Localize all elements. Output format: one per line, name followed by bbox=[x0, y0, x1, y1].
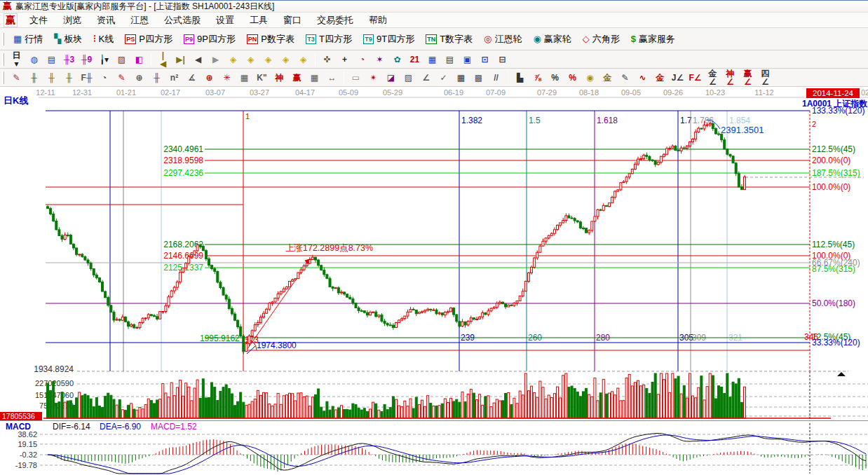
pct-icon[interactable]: % bbox=[547, 70, 563, 85]
web-box-icon[interactable]: ▨ bbox=[400, 70, 416, 85]
brush-icon[interactable]: ✎ bbox=[8, 70, 25, 85]
zoom-diamond-3-icon[interactable]: ◈ bbox=[260, 52, 276, 67]
save-icon[interactable]: ▣ bbox=[459, 52, 475, 67]
gold-slope-icon[interactable]: 金 bbox=[652, 70, 668, 85]
kline-chart-canvas[interactable]: 12-1112-3101-2102-1703-0703-2704-1705-09… bbox=[0, 87, 868, 475]
gold-coin-icon[interactable]: 金 bbox=[599, 70, 616, 85]
color-bars-icon[interactable]: ◧ bbox=[131, 52, 147, 67]
candle-body bbox=[427, 309, 429, 310]
t-square-button[interactable]: T3T四方形 bbox=[304, 32, 353, 47]
line-fan-icon[interactable]: ∠ bbox=[418, 70, 434, 85]
menu-item-3[interactable]: 资讯 bbox=[89, 13, 123, 28]
wave-icon[interactable]: ∿ bbox=[635, 70, 651, 85]
menu-item-9[interactable]: 交易委托 bbox=[309, 13, 361, 28]
fan-box-icon[interactable]: ◪ bbox=[383, 70, 399, 85]
info-list-icon[interactable]: ▤ bbox=[43, 52, 60, 67]
gold-comb2-icon[interactable]: ╫ bbox=[61, 70, 77, 85]
spiral-icon[interactable]: ◔ bbox=[96, 70, 112, 85]
crosshair-icon[interactable]: + bbox=[337, 52, 353, 67]
slash-lines-icon[interactable]: // bbox=[488, 70, 504, 85]
gann-wheel-button[interactable]: ◎江恩轮 bbox=[482, 32, 523, 47]
chart-area[interactable]: 12-1112-3101-2102-1703-0703-2704-1705-09… bbox=[0, 87, 868, 475]
prev-page-icon[interactable]: ◀ bbox=[190, 52, 206, 67]
winner-wheel-button[interactable]: ◉赢家轮 bbox=[531, 32, 572, 47]
check-line-icon[interactable]: ✓ bbox=[435, 70, 452, 85]
hexagon-button[interactable]: ◇六角形 bbox=[581, 32, 621, 47]
ink-pen-icon[interactable]: ✎ bbox=[617, 70, 633, 85]
ying-slope-icon[interactable]: 赢∠ bbox=[740, 70, 756, 85]
zoom-diamond-1-icon[interactable]: ◈ bbox=[225, 52, 241, 67]
zoom-diamond-2-icon[interactable]: ◈ bbox=[243, 52, 259, 67]
shen-slope-icon[interactable]: 神∠ bbox=[722, 70, 738, 85]
gold-angle-icon[interactable]: 金∠ bbox=[705, 70, 721, 85]
square-web-icon[interactable]: ▦ bbox=[236, 70, 252, 85]
menu-item-1[interactable]: 文件 bbox=[22, 13, 55, 28]
ying-grid-icon[interactable]: 赢 bbox=[289, 70, 305, 85]
j-slope-icon[interactable]: J∠ bbox=[670, 70, 686, 85]
gold-circle-icon[interactable]: ◉ bbox=[582, 70, 598, 85]
notebook-icon[interactable]: ▤ bbox=[442, 52, 458, 67]
seven-pct-icon[interactable]: ⅞ bbox=[529, 70, 545, 85]
dragon-tool-icon[interactable]: ✿ bbox=[389, 52, 405, 67]
quotes-button[interactable]: ▦行情 bbox=[12, 32, 44, 47]
span-arrows-icon[interactable]: ↔ bbox=[324, 70, 340, 85]
calculator-icon[interactable]: ▦ bbox=[424, 52, 440, 67]
market-globe-icon[interactable]: ◍ bbox=[26, 52, 42, 67]
comb-line-icon[interactable]: ╫ bbox=[26, 70, 42, 85]
menu-item-5[interactable]: 公式选股 bbox=[156, 13, 208, 28]
corner-box-icon[interactable]: ▭ bbox=[348, 70, 364, 85]
gann-shape-icon[interactable]: ✶ bbox=[372, 52, 388, 67]
gann-circle-icon[interactable]: ⊕ bbox=[201, 70, 217, 85]
winner-service-button[interactable]: $赢家服务 bbox=[630, 32, 677, 47]
menu-item-8[interactable]: 窗口 bbox=[276, 13, 309, 28]
first-page-icon[interactable]: |◀ bbox=[155, 52, 171, 67]
zoom-diamond-5-icon[interactable]: ◈ bbox=[295, 52, 311, 67]
si-slope-icon[interactable]: 四∠ bbox=[757, 70, 773, 85]
calendar-icon[interactable]: 21 bbox=[407, 52, 423, 67]
menu-item-2[interactable]: 浏览 bbox=[55, 13, 89, 28]
kline-button[interactable]: ⫶K线 bbox=[92, 32, 115, 47]
shen-grid-icon[interactable]: 神 bbox=[271, 70, 287, 85]
radial-web-icon[interactable]: ✳ bbox=[219, 70, 235, 85]
gold-comb-icon[interactable]: ╫ bbox=[43, 70, 60, 85]
n-square-icon[interactable]: n² bbox=[166, 70, 182, 85]
title-bar[interactable]: 赢 赢家江恩专业版[赢家内部服务平台] - [上证指数 SH1A0001-243… bbox=[0, 0, 868, 13]
p-number-table-button[interactable]: PNP数字表 bbox=[245, 32, 296, 47]
pct-line-icon[interactable]: % bbox=[564, 70, 581, 85]
p-square-button[interactable]: PSP四方形 bbox=[123, 32, 174, 47]
red-fan-icon[interactable]: ✴ bbox=[365, 70, 381, 85]
k-quote-icon[interactable]: K" bbox=[254, 70, 270, 85]
red-brush-icon[interactable]: ✎ bbox=[114, 70, 130, 85]
angle-ruler-icon[interactable]: ∡ bbox=[184, 70, 200, 85]
grid-123-icon[interactable]: ▦ bbox=[306, 70, 323, 85]
hand-tool-icon[interactable]: ✜ bbox=[319, 52, 335, 67]
print-icon[interactable]: ⊟ bbox=[494, 52, 510, 67]
volume-bar bbox=[657, 394, 659, 418]
dark-grid-icon[interactable]: ▦ bbox=[453, 70, 469, 85]
volume-bar bbox=[266, 393, 268, 418]
9p-square-button[interactable]: P99P四方形 bbox=[182, 32, 237, 47]
measure-icon[interactable]: ◔ bbox=[354, 52, 370, 67]
menu-item-7[interactable]: 工具 bbox=[242, 13, 276, 28]
menu-item-6[interactable]: 设置 bbox=[208, 13, 242, 28]
f-comb-icon[interactable]: F╫ bbox=[79, 70, 95, 85]
pattern-icon[interactable]: ▨ bbox=[114, 52, 130, 67]
candle-style-selector[interactable]: ╽▾ bbox=[96, 52, 112, 67]
last-page-icon[interactable]: ▶| bbox=[172, 52, 189, 67]
zoom-diamond-4-icon[interactable]: ◈ bbox=[278, 52, 294, 67]
circle-comb-icon[interactable]: ⊕ bbox=[131, 70, 147, 85]
frame-grid-icon[interactable]: ▩ bbox=[470, 70, 487, 85]
9t-square-button[interactable]: T99T四方形 bbox=[362, 32, 416, 47]
dense-comb-icon[interactable]: ╫ bbox=[149, 70, 165, 85]
f-slope-icon[interactable]: F∠ bbox=[687, 70, 703, 85]
sectors-button[interactable]: ▚板块 bbox=[53, 32, 83, 47]
pc-search-icon[interactable]: ⊡ bbox=[477, 52, 493, 67]
period-day-selector[interactable]: 日▾ bbox=[8, 52, 25, 67]
chart3-icon[interactable]: ╫3 bbox=[61, 52, 77, 67]
menu-item-10[interactable]: 帮助 bbox=[361, 13, 395, 28]
percent-bars-icon[interactable]: ▙ bbox=[512, 70, 528, 85]
chart9-icon[interactable]: ╫9 bbox=[79, 52, 95, 67]
next-page-icon[interactable]: ▶ bbox=[208, 52, 224, 67]
menu-item-4[interactable]: 江恩 bbox=[123, 13, 156, 28]
t-number-table-button[interactable]: TNT数字表 bbox=[424, 32, 474, 47]
